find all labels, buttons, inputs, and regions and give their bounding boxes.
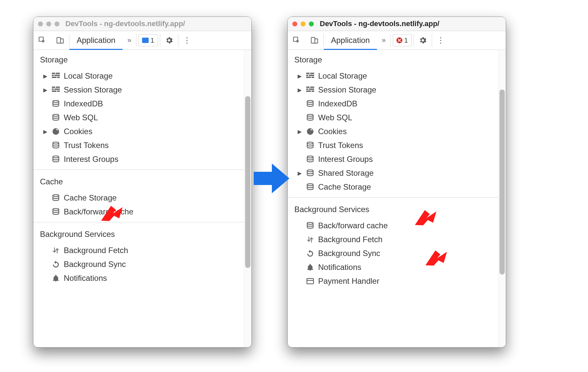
svg-point-19 bbox=[55, 132, 55, 133]
svg-rect-4 bbox=[56, 73, 60, 74]
tree-item-label: Back/forward cache bbox=[318, 221, 388, 230]
svg-marker-56 bbox=[254, 164, 289, 193]
svg-point-15 bbox=[53, 100, 59, 102]
svg-rect-7 bbox=[52, 77, 56, 78]
grid-icon bbox=[51, 72, 60, 80]
expand-arrow-icon[interactable]: ▶ bbox=[297, 87, 302, 93]
tree-item[interactable]: ▶Background Sync bbox=[288, 246, 498, 260]
expand-arrow-icon[interactable]: ▶ bbox=[297, 129, 302, 135]
svg-rect-32 bbox=[309, 75, 314, 76]
db-icon bbox=[306, 141, 315, 149]
devtools-toolbar: Application » 1 ⋮ bbox=[288, 31, 506, 50]
transition-arrow-icon bbox=[254, 162, 290, 196]
tree-item[interactable]: ▶Cache Storage bbox=[288, 180, 498, 194]
tree-item[interactable]: ▶Background Fetch bbox=[288, 233, 498, 246]
zoom-dot[interactable] bbox=[309, 21, 314, 26]
svg-point-46 bbox=[311, 130, 312, 131]
scrollbar[interactable] bbox=[244, 50, 251, 347]
tree-item[interactable]: ▶Shared Storage bbox=[288, 166, 498, 180]
minimize-dot[interactable] bbox=[46, 21, 51, 26]
db-icon bbox=[51, 100, 60, 108]
svg-point-22 bbox=[53, 156, 59, 158]
tree-item[interactable]: ▶Back/forward cache bbox=[288, 219, 498, 233]
tree-item-label: Notifications bbox=[318, 263, 361, 272]
fetch-icon bbox=[51, 246, 60, 254]
zoom-dot[interactable] bbox=[55, 21, 59, 26]
tree-item[interactable]: ▶Background Fetch bbox=[33, 243, 244, 257]
close-dot[interactable] bbox=[38, 21, 43, 26]
svg-rect-6 bbox=[55, 75, 60, 76]
tree-item-label: Cache Storage bbox=[64, 193, 117, 203]
svg-rect-13 bbox=[52, 91, 56, 92]
device-toolbar-button[interactable] bbox=[51, 31, 69, 50]
tree-item-label: Cache Storage bbox=[318, 182, 371, 192]
tree-item[interactable]: ▶Web SQL bbox=[33, 111, 244, 125]
minimize-dot[interactable] bbox=[301, 21, 306, 26]
inspect-element-button[interactable] bbox=[33, 31, 51, 50]
traffic-lights[interactable] bbox=[38, 21, 59, 26]
db-icon bbox=[306, 183, 315, 191]
more-tabs-button[interactable]: » bbox=[377, 31, 390, 50]
tree-item[interactable]: ▶Back/forward cache bbox=[33, 205, 244, 219]
bell-icon bbox=[51, 274, 60, 282]
tree-item[interactable]: ▶Cookies bbox=[33, 125, 244, 138]
svg-rect-9 bbox=[52, 87, 55, 88]
svg-point-51 bbox=[307, 222, 313, 224]
tab-application[interactable]: Application bbox=[69, 31, 123, 50]
svg-rect-8 bbox=[57, 77, 60, 78]
tree-item[interactable]: ▶Local Storage bbox=[288, 69, 498, 83]
issues-badge[interactable]: 1 bbox=[138, 34, 158, 46]
db-icon bbox=[306, 222, 315, 230]
tab-application[interactable]: Application bbox=[324, 31, 377, 50]
tree-item[interactable]: ▶Trust Tokens bbox=[288, 138, 498, 152]
svg-rect-2 bbox=[60, 39, 63, 43]
tree-item[interactable]: ▶Notifications bbox=[33, 271, 244, 285]
close-dot[interactable] bbox=[292, 21, 297, 26]
tree-item[interactable]: ▶Local Storage bbox=[33, 69, 244, 83]
tree-item-label: Background Sync bbox=[318, 249, 380, 258]
svg-point-48 bbox=[307, 156, 313, 158]
cookie-icon bbox=[306, 128, 315, 135]
tree-item[interactable]: ▶Interest Groups bbox=[33, 152, 244, 166]
more-options-button[interactable]: ⋮ bbox=[432, 31, 449, 50]
window-title: DevTools - ng-devtools.netlify.app/ bbox=[65, 19, 185, 28]
tree-item[interactable]: ▶Interest Groups bbox=[288, 152, 498, 166]
tree-item-label: Local Storage bbox=[318, 71, 367, 81]
expand-arrow-icon[interactable]: ▶ bbox=[297, 170, 302, 176]
db-icon bbox=[51, 141, 60, 149]
tree-item[interactable]: ▶Notifications bbox=[288, 260, 498, 274]
tree-item[interactable]: ▶Cache Storage bbox=[33, 191, 244, 205]
tree-item[interactable]: ▶Trust Tokens bbox=[33, 138, 244, 152]
tree-item[interactable]: ▶IndexedDB bbox=[33, 97, 244, 111]
tree-item[interactable]: ▶IndexedDB bbox=[288, 97, 498, 111]
expand-arrow-icon[interactable]: ▶ bbox=[43, 129, 48, 135]
settings-button[interactable] bbox=[414, 31, 432, 50]
tree-item-label: Payment Handler bbox=[318, 277, 379, 286]
tree-item[interactable]: ▶Cookies bbox=[288, 125, 498, 138]
expand-arrow-icon[interactable]: ▶ bbox=[297, 73, 302, 79]
svg-rect-52 bbox=[307, 279, 313, 284]
tree-item[interactable]: ▶Web SQL bbox=[288, 111, 498, 125]
expand-arrow-icon[interactable]: ▶ bbox=[43, 73, 48, 79]
tree-item[interactable]: ▶Session Storage bbox=[33, 83, 244, 97]
svg-point-49 bbox=[307, 170, 313, 172]
window-titlebar: DevTools - ng-devtools.netlify.app/ bbox=[288, 17, 506, 31]
svg-point-43 bbox=[308, 130, 309, 131]
svg-rect-31 bbox=[306, 75, 308, 76]
tree-item[interactable]: ▶Session Storage bbox=[288, 83, 498, 97]
more-tabs-button[interactable]: » bbox=[123, 31, 136, 50]
section-title: Storage bbox=[33, 50, 244, 68]
svg-rect-14 bbox=[57, 91, 60, 92]
device-toolbar-button[interactable] bbox=[306, 31, 323, 50]
settings-button[interactable] bbox=[160, 31, 178, 50]
errors-badge[interactable]: 1 bbox=[393, 34, 412, 46]
traffic-lights[interactable] bbox=[292, 21, 314, 26]
scrollbar[interactable] bbox=[498, 50, 506, 347]
expand-arrow-icon[interactable]: ▶ bbox=[43, 87, 48, 93]
inspect-element-button[interactable] bbox=[288, 31, 306, 50]
more-options-button[interactable]: ⋮ bbox=[178, 31, 196, 50]
svg-rect-34 bbox=[312, 77, 314, 78]
tree-item[interactable]: ▶Payment Handler bbox=[288, 274, 498, 288]
tree-item[interactable]: ▶Background Sync bbox=[33, 257, 244, 271]
svg-point-20 bbox=[57, 130, 58, 131]
